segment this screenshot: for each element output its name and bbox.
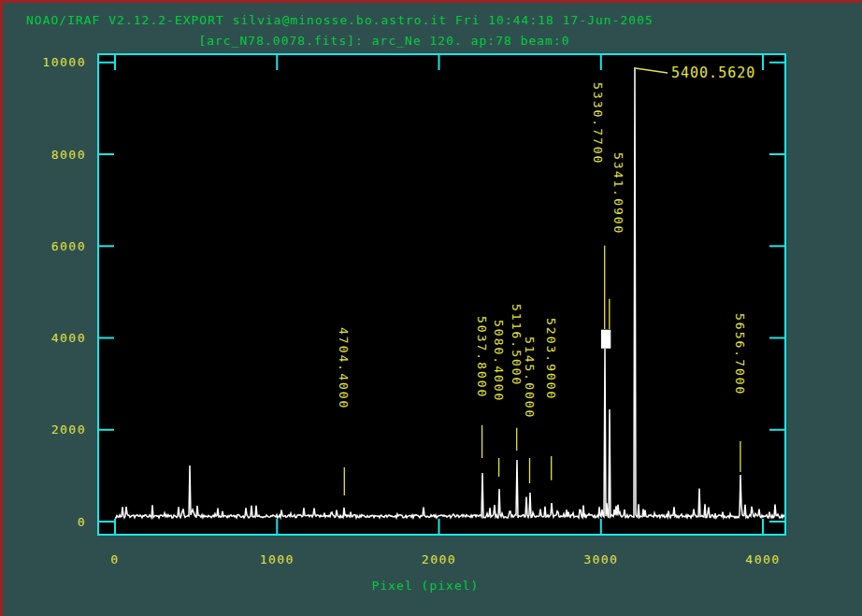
y-tick-label: 2000 [51,423,86,437]
x-tick-label: 3000 [583,552,618,566]
feature-label: 4704.4000 [337,327,351,409]
feature-label: 5145.0000 [523,337,537,419]
feature-label: 5037.8000 [475,316,489,398]
x-tick-label: 0 [110,552,119,566]
x-axis-title: Pixel (pixel) [98,579,753,593]
x-tick-label: 1000 [260,552,295,566]
y-tick-label: 10000 [42,55,86,69]
x-tick-label: 2000 [422,552,456,566]
y-tick-label: 0 [78,515,86,529]
feature-label: 5400.5620 [671,64,755,81]
spectrum-plot[interactable]: 0100020003000400002000400060008000100004… [0,0,862,616]
saturated-peak-cap [601,330,611,349]
feature-label: 5656.7000 [733,313,747,395]
plot-background [98,54,785,535]
feature-label: 5116.5000 [510,304,524,386]
iraf-graphics-window: NOAO/IRAF V2.12.2-EXPORT silvia@minosse.… [0,0,862,616]
feature-label: 5203.9000 [544,318,558,400]
feature-label: 5341.0900 [611,152,625,235]
feature-label: 5330.7700 [591,82,605,165]
y-tick-label: 4000 [51,331,86,345]
y-tick-label: 6000 [51,239,86,253]
y-tick-label: 8000 [51,148,86,162]
feature-label: 5080.4000 [492,320,506,402]
x-tick-label: 4000 [745,552,780,566]
